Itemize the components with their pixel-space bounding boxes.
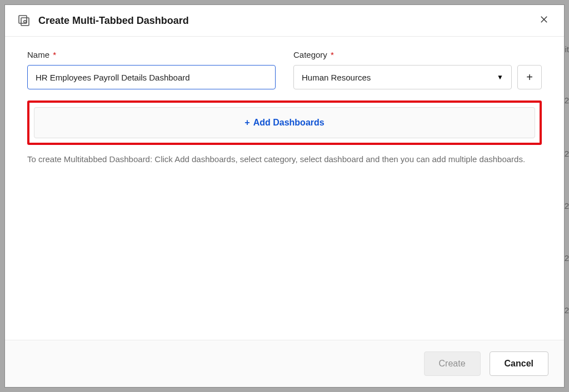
modal-footer: Create Cancel [5,340,564,387]
category-select[interactable]: Human Resources ▼ [293,65,512,89]
category-label: Category * [293,50,542,59]
name-field-group: Name * [27,50,276,89]
dashboard-stack-icon [17,14,31,27]
add-dashboards-label: Add Dashboards [253,118,325,128]
form-row: Name * Category * Human Resources ▼ [27,50,542,89]
name-input[interactable] [27,65,276,89]
bg-fragment: it [565,44,570,54]
svg-point-2 [24,21,26,23]
create-button[interactable]: Create [424,351,481,376]
plus-icon: + [244,118,249,128]
required-asterisk: * [53,50,56,59]
category-selected-value: Human Resources [302,73,371,82]
modal-body: Name * Category * Human Resources ▼ [5,37,564,340]
plus-icon: + [526,71,533,84]
add-dashboards-button[interactable]: + Add Dashboards [34,107,535,138]
category-label-text: Category [293,50,327,59]
modal-header: Create Multi-Tabbed Dashboard [5,5,564,37]
required-asterisk: * [331,50,334,59]
close-button[interactable] [536,13,552,28]
name-label: Name * [27,50,276,59]
cancel-button[interactable]: Cancel [490,351,548,376]
modal-title: Create Multi-Tabbed Dashboard [38,15,536,27]
add-category-button[interactable]: + [517,65,542,89]
category-select-row: Human Resources ▼ + [293,65,542,89]
help-text: To create Multitabbed Dashboard: Click A… [27,153,542,166]
svg-rect-1 [21,18,29,26]
create-dashboard-modal: Create Multi-Tabbed Dashboard Name * [4,4,565,388]
caret-down-icon: ▼ [497,73,503,81]
name-label-text: Name [27,50,49,59]
category-field-group: Category * Human Resources ▼ + [293,50,542,89]
add-dashboards-highlight: + Add Dashboards [27,100,542,145]
svg-rect-0 [19,16,27,23]
close-icon [539,14,549,27]
